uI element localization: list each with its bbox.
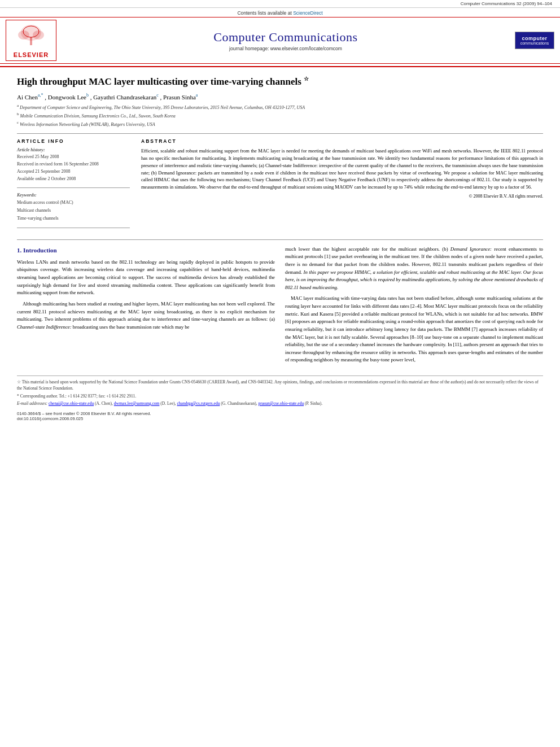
intro-para-1: Wireless LANs and mesh networks based on… [17,259,275,297]
divider-1 [17,133,543,134]
divider-body [17,239,543,240]
author-gayathri: , Gayathri Chandrasekaran [90,93,157,100]
body-right-para-1: much lower than the highest acceptable r… [285,246,543,292]
footnote-star: ☆ This material is based upon work suppo… [17,379,543,392]
divider-keywords [17,187,130,188]
email3-name: (G. Chandrasekaran), [221,401,257,406]
author-ai-chen: Ai Chen [17,93,38,100]
author-dongwook-lee: , Dongwook Lee [45,93,86,100]
sciencedirect-label: Contents lists available at [237,10,291,16]
footnote-corresponding: * Corresponding author. Tel.: +1 614 292… [17,393,543,399]
abstract-body: Efficient, scalable and robust multicast… [141,148,543,190]
homepage-label: journal homepage: www.elsevier.com/locat… [229,46,342,51]
author-d-sup: a [196,93,198,98]
journal-thumbnail: computer communications [515,32,554,49]
abstract-heading: ABSTRACT [141,138,543,144]
body-right-para-2: MAC layer multicasting with time-varying… [285,295,543,364]
article-dates: Received 25 May 2008 Received in revised… [17,154,130,182]
journal-banner: ELSEVIER Computer Communications journal… [0,17,560,64]
keyword-3: Time-varying channels [17,215,130,222]
history-label: Article history: [17,147,130,152]
authors-line: Ai Chena,* , Dongwook Leeb , Gayathri Ch… [17,93,543,101]
keywords-label: Keywords: [17,193,130,198]
svg-point-3 [33,30,44,40]
body-col-right: much lower than the highest acceptable r… [285,246,543,368]
article-history-block: Article history: Received 25 May 2008 Re… [17,147,130,182]
abstract-text: Efficient, scalable and robust multicast… [141,147,543,200]
citation-text: Computer Communications 32 (2009) 94–104 [461,1,552,6]
article-info-col: ARTICLE INFO Article history: Received 2… [17,138,130,232]
author-a-sup: a,* [38,93,43,98]
journal-title-center: Computer Communications journal homepage… [56,30,515,51]
available-date: Available online 2 October 2008 [17,176,130,183]
email4-name: (P. Sinha). [305,401,322,406]
svg-rect-4 [30,37,32,45]
intro-heading: 1. Introduction [17,246,275,255]
email-link-2[interactable]: dwmax.lee@samsung.com [114,401,160,406]
body-section: 1. Introduction Wireless LANs and mesh n… [17,246,543,368]
intro-para-2: Although multicasting has been studied a… [17,300,275,331]
footnote-emails: E-mail addresses: chenai@cse.ohio-state.… [17,400,543,407]
abstract-col: ABSTRACT Efficient, scalable and robust … [141,138,543,232]
issn-text: 0140-3664/$ – see front matter © 2008 El… [17,411,151,416]
divider-left-bottom [17,228,130,228]
journal-homepage: journal homepage: www.elsevier.com/locat… [56,46,515,51]
affiliations: a Department of Computer Science and Eng… [17,103,543,128]
accepted-date: Accepted 21 September 2008 [17,168,130,176]
email2-name: (D. Lee), [160,401,176,406]
abstract-copyright: © 2008 Elsevier B.V. All rights reserved… [141,193,543,200]
sciencedirect-bar: Contents lists available at ScienceDirec… [0,8,560,17]
article-meta-section: ARTICLE INFO Article history: Received 2… [17,138,543,232]
footnotes: ☆ This material is based upon work suppo… [17,375,543,407]
title-footnote-marker: ☆ [304,76,309,82]
citation-bar: Computer Communications 32 (2009) 94–104 [0,0,560,8]
email-link-4[interactable]: prasun@cse.ohio-state.edu [259,401,304,406]
keywords-list: Medium access control (MAC) Multicast ch… [17,199,130,223]
main-content: High throughput MAC layer multicasting o… [0,67,560,429]
affiliation-a: a Department of Computer Science and Eng… [17,103,543,111]
author-b-sup: b [86,93,89,98]
keywords-block: Keywords: Medium access control (MAC) Mu… [17,193,130,223]
channel-state-italic: Channel-state Indifference: [17,324,72,330]
revised-date: Received in revised form 16 September 20… [17,161,130,168]
journal-title: Computer Communications [56,30,515,45]
author-prasun-sinha: , Prasun Sinha [160,93,196,100]
issn-bar: 0140-3664/$ – see front matter © 2008 El… [17,411,543,421]
received-date: Received 25 May 2008 [17,154,130,161]
journal-header: Contents lists available at ScienceDirec… [0,8,560,67]
email-link-1[interactable]: chenai@cse.ohio-state.edu [49,401,94,406]
thumb-subtitle: communications [518,41,552,45]
email-link-3[interactable]: chandrga@cs.rutgers.edu [177,401,220,406]
article-info-heading: ARTICLE INFO [17,138,130,144]
elsevier-logo-box: ELSEVIER [6,20,56,61]
sciencedirect-link[interactable]: ScienceDirect [293,10,322,16]
author-c-sup: c [156,93,159,98]
body-col-left: 1. Introduction Wireless LANs and mesh n… [17,246,275,368]
thumb-title: computer [518,36,552,41]
keyword-2: Multicast channels [17,207,130,215]
elsevier-wordmark: ELSEVIER [8,51,54,58]
svg-point-2 [18,30,29,40]
affiliation-c: c Wireless Information Networking Lab (W… [17,120,543,128]
paper-title: High throughput MAC layer multicasting o… [17,75,543,88]
title-text: High throughput MAC layer multicasting o… [17,76,301,87]
doi-text: doi:10.1016/j.comcom.2008.09.025 [17,416,83,421]
elsevier-tree-icon [11,23,51,51]
email1-name: (A. Chen), [95,401,113,406]
elsevier-logo: ELSEVIER [6,20,56,61]
affiliation-b: b Mobile Communication Division, Samsung… [17,111,543,120]
keyword-1: Medium access control (MAC) [17,199,130,207]
